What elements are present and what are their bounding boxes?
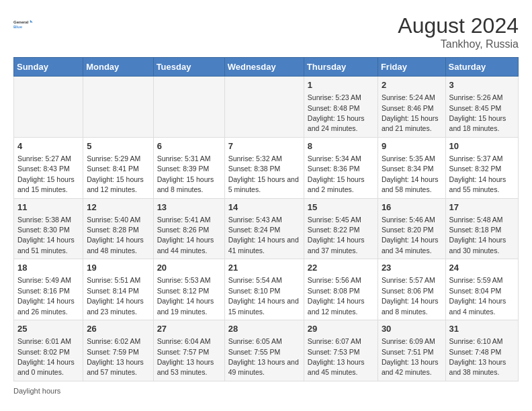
day-number: 16 xyxy=(382,201,442,214)
day-detail: Sunrise: 5:32 AM Sunset: 8:38 PM Dayligh… xyxy=(228,154,299,193)
calendar-day-cell: 10Sunrise: 5:37 AM Sunset: 8:32 PM Dayli… xyxy=(445,137,518,198)
day-detail: Sunrise: 5:37 AM Sunset: 8:32 PM Dayligh… xyxy=(449,154,506,193)
day-number: 11 xyxy=(17,201,79,214)
day-detail: Sunrise: 5:57 AM Sunset: 8:06 PM Dayligh… xyxy=(382,276,439,315)
calendar-day-cell: 23Sunrise: 5:57 AM Sunset: 8:06 PM Dayli… xyxy=(378,259,445,320)
calendar-day-cell: 1Sunrise: 5:23 AM Sunset: 8:48 PM Daylig… xyxy=(304,77,378,138)
day-detail: Sunrise: 5:27 AM Sunset: 8:43 PM Dayligh… xyxy=(17,154,75,193)
day-number: 22 xyxy=(308,262,374,274)
day-number: 6 xyxy=(157,140,221,152)
day-detail: Sunrise: 5:26 AM Sunset: 8:45 PM Dayligh… xyxy=(449,93,506,132)
page-header: GeneralBlue August 2024 Tankhoy, Russia xyxy=(13,13,519,50)
calendar-day-cell: 15Sunrise: 5:45 AM Sunset: 8:22 PM Dayli… xyxy=(304,198,378,259)
day-number: 20 xyxy=(157,262,221,274)
day-detail: Sunrise: 6:05 AM Sunset: 7:55 PM Dayligh… xyxy=(228,337,299,376)
day-number: 12 xyxy=(87,201,149,214)
day-of-week-header: Wednesday xyxy=(224,58,304,77)
day-number: 25 xyxy=(17,323,79,335)
calendar-day-cell: 3Sunrise: 5:26 AM Sunset: 8:45 PM Daylig… xyxy=(445,77,518,138)
calendar-day-cell: 30Sunrise: 6:09 AM Sunset: 7:51 PM Dayli… xyxy=(378,320,445,381)
calendar-day-cell xyxy=(83,77,153,138)
calendar-day-cell: 28Sunrise: 6:05 AM Sunset: 7:55 PM Dayli… xyxy=(224,320,304,381)
day-number: 23 xyxy=(382,262,442,274)
day-detail: Sunrise: 5:24 AM Sunset: 8:46 PM Dayligh… xyxy=(382,93,439,132)
day-detail: Sunrise: 5:59 AM Sunset: 8:04 PM Dayligh… xyxy=(449,276,506,315)
calendar-day-cell xyxy=(153,77,224,138)
day-detail: Sunrise: 6:02 AM Sunset: 7:59 PM Dayligh… xyxy=(87,337,144,376)
day-detail: Sunrise: 5:48 AM Sunset: 8:18 PM Dayligh… xyxy=(449,216,506,255)
day-number: 10 xyxy=(449,140,515,152)
day-number: 7 xyxy=(228,140,300,152)
calendar-day-cell: 11Sunrise: 5:38 AM Sunset: 8:30 PM Dayli… xyxy=(14,198,83,259)
day-of-week-header: Friday xyxy=(378,58,445,77)
calendar-day-cell: 13Sunrise: 5:41 AM Sunset: 8:26 PM Dayli… xyxy=(153,198,224,259)
day-detail: Sunrise: 6:04 AM Sunset: 7:57 PM Dayligh… xyxy=(157,337,214,376)
day-number: 2 xyxy=(382,79,442,91)
day-number: 26 xyxy=(87,323,149,335)
day-detail: Sunrise: 6:10 AM Sunset: 7:48 PM Dayligh… xyxy=(449,337,506,376)
calendar-day-cell: 14Sunrise: 5:43 AM Sunset: 8:24 PM Dayli… xyxy=(224,198,304,259)
calendar-day-cell: 18Sunrise: 5:49 AM Sunset: 8:16 PM Dayli… xyxy=(14,259,83,320)
day-number: 15 xyxy=(308,201,374,214)
day-of-week-header: Tuesday xyxy=(153,58,224,77)
calendar-week-row: 4Sunrise: 5:27 AM Sunset: 8:43 PM Daylig… xyxy=(14,137,519,198)
calendar-day-cell: 12Sunrise: 5:40 AM Sunset: 8:28 PM Dayli… xyxy=(83,198,153,259)
day-number: 13 xyxy=(157,201,221,214)
svg-text:General: General xyxy=(13,20,29,24)
location: Tankhoy, Russia xyxy=(398,38,519,50)
day-of-week-header: Monday xyxy=(83,58,153,77)
calendar-day-cell: 2Sunrise: 5:24 AM Sunset: 8:46 PM Daylig… xyxy=(378,77,445,138)
day-number: 9 xyxy=(382,140,442,152)
calendar-week-row: 18Sunrise: 5:49 AM Sunset: 8:16 PM Dayli… xyxy=(14,259,519,320)
calendar-day-cell: 6Sunrise: 5:31 AM Sunset: 8:39 PM Daylig… xyxy=(153,137,224,198)
day-detail: Sunrise: 5:54 AM Sunset: 8:10 PM Dayligh… xyxy=(228,276,299,315)
day-detail: Sunrise: 5:38 AM Sunset: 8:30 PM Dayligh… xyxy=(17,216,75,255)
day-number: 19 xyxy=(87,262,149,274)
title-block: August 2024 Tankhoy, Russia xyxy=(398,13,519,50)
header-row: SundayMondayTuesdayWednesdayThursdayFrid… xyxy=(14,58,519,77)
day-number: 28 xyxy=(228,323,300,335)
calendar-week-row: 25Sunrise: 6:01 AM Sunset: 8:02 PM Dayli… xyxy=(14,320,519,381)
day-of-week-header: Saturday xyxy=(445,58,518,77)
day-detail: Sunrise: 5:23 AM Sunset: 8:48 PM Dayligh… xyxy=(308,93,365,132)
calendar-day-cell: 20Sunrise: 5:53 AM Sunset: 8:12 PM Dayli… xyxy=(153,259,224,320)
calendar-day-cell: 27Sunrise: 6:04 AM Sunset: 7:57 PM Dayli… xyxy=(153,320,224,381)
day-number: 14 xyxy=(228,201,300,214)
calendar-day-cell xyxy=(224,77,304,138)
day-detail: Sunrise: 5:49 AM Sunset: 8:16 PM Dayligh… xyxy=(17,276,75,315)
calendar-day-cell: 22Sunrise: 5:56 AM Sunset: 8:08 PM Dayli… xyxy=(304,259,378,320)
footer-text: Daylight hours xyxy=(13,387,60,395)
svg-marker-2 xyxy=(30,20,33,23)
day-detail: Sunrise: 5:46 AM Sunset: 8:20 PM Dayligh… xyxy=(382,216,439,255)
day-number: 30 xyxy=(382,323,442,335)
logo: GeneralBlue xyxy=(13,13,35,35)
day-of-week-header: Sunday xyxy=(14,58,83,77)
day-number: 17 xyxy=(449,201,515,214)
logo-icon: GeneralBlue xyxy=(13,13,35,35)
calendar-day-cell: 31Sunrise: 6:10 AM Sunset: 7:48 PM Dayli… xyxy=(445,320,518,381)
day-detail: Sunrise: 5:29 AM Sunset: 8:41 PM Dayligh… xyxy=(87,154,144,193)
calendar-day-cell: 8Sunrise: 5:34 AM Sunset: 8:36 PM Daylig… xyxy=(304,137,378,198)
calendar-day-cell: 16Sunrise: 5:46 AM Sunset: 8:20 PM Dayli… xyxy=(378,198,445,259)
calendar-day-cell: 5Sunrise: 5:29 AM Sunset: 8:41 PM Daylig… xyxy=(83,137,153,198)
day-number: 24 xyxy=(449,262,515,274)
calendar-day-cell: 25Sunrise: 6:01 AM Sunset: 8:02 PM Dayli… xyxy=(14,320,83,381)
calendar-week-row: 11Sunrise: 5:38 AM Sunset: 8:30 PM Dayli… xyxy=(14,198,519,259)
day-detail: Sunrise: 5:53 AM Sunset: 8:12 PM Dayligh… xyxy=(157,276,214,315)
svg-text:Blue: Blue xyxy=(13,25,23,29)
calendar-table: SundayMondayTuesdayWednesdayThursdayFrid… xyxy=(13,57,519,381)
day-detail: Sunrise: 5:45 AM Sunset: 8:22 PM Dayligh… xyxy=(308,216,365,255)
day-detail: Sunrise: 5:41 AM Sunset: 8:26 PM Dayligh… xyxy=(157,216,214,255)
day-detail: Sunrise: 5:31 AM Sunset: 8:39 PM Dayligh… xyxy=(157,154,214,193)
day-detail: Sunrise: 5:34 AM Sunset: 8:36 PM Dayligh… xyxy=(308,154,365,193)
month-year: August 2024 xyxy=(398,13,519,38)
calendar-day-cell: 24Sunrise: 5:59 AM Sunset: 8:04 PM Dayli… xyxy=(445,259,518,320)
day-number: 4 xyxy=(17,140,79,152)
calendar-day-cell: 9Sunrise: 5:35 AM Sunset: 8:34 PM Daylig… xyxy=(378,137,445,198)
day-number: 21 xyxy=(228,262,300,274)
calendar-day-cell xyxy=(14,77,83,138)
calendar-day-cell: 7Sunrise: 5:32 AM Sunset: 8:38 PM Daylig… xyxy=(224,137,304,198)
day-number: 31 xyxy=(449,323,515,335)
day-number: 8 xyxy=(308,140,374,152)
day-detail: Sunrise: 5:35 AM Sunset: 8:34 PM Dayligh… xyxy=(382,154,439,193)
